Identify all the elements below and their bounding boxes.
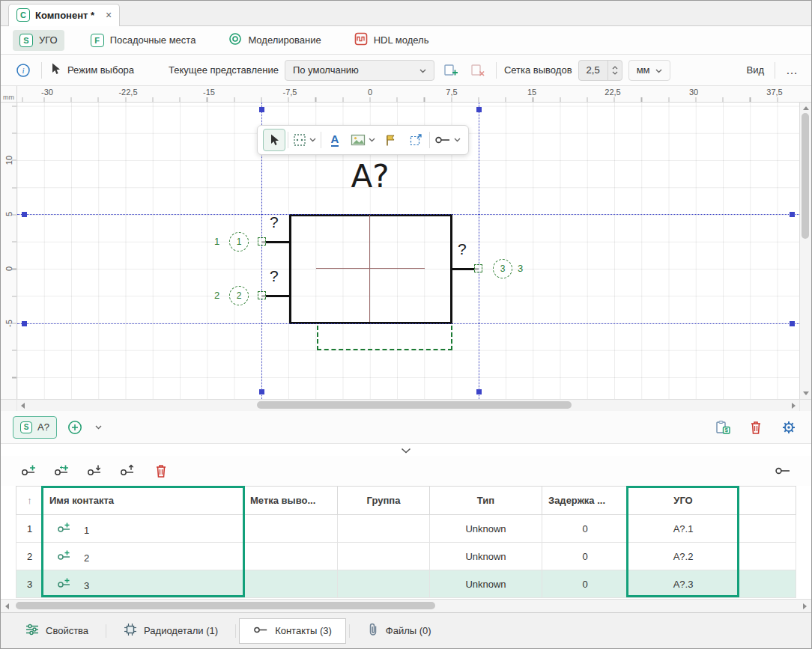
pin-3-hotspot[interactable] (474, 264, 482, 272)
tab-contacts[interactable]: Контакты (3) (239, 618, 346, 644)
transform-tool-button[interactable] (405, 129, 427, 151)
table-row[interactable]: 1 1 Unknown 0 A?.1 (16, 515, 796, 543)
scroll-right-arrow[interactable] (792, 403, 796, 409)
tab-files[interactable]: Файлы (0) (353, 618, 446, 644)
scroll-down-arrow[interactable] (803, 391, 809, 395)
guide-handle[interactable] (259, 389, 264, 394)
add-symbol-button[interactable] (64, 417, 85, 438)
units-dropdown[interactable]: мм (628, 60, 670, 81)
pin-1-name[interactable]: 1 (214, 236, 219, 247)
gear-icon[interactable] (778, 417, 799, 438)
info-icon[interactable]: i (13, 60, 34, 81)
column-header-type[interactable]: Тип (430, 487, 542, 515)
horizontal-scroll-thumb[interactable] (257, 401, 572, 409)
guide-handle[interactable] (476, 389, 482, 394)
column-header-delay[interactable]: Задержка ... (542, 487, 628, 515)
symbol-selector[interactable]: S A? (13, 416, 57, 439)
delete-pin-trash-icon[interactable] (151, 460, 172, 481)
pin-ugo-cell[interactable]: A?.3 (628, 570, 739, 598)
tab-ugo[interactable]: S УГО (13, 30, 64, 51)
spinner-arrows[interactable] (608, 61, 622, 80)
pin-name-cell[interactable]: 1 (43, 515, 244, 543)
text-tool-button[interactable]: A (324, 129, 346, 151)
column-header-sort[interactable]: ↑ (16, 487, 43, 515)
scroll-left-arrow[interactable] (5, 603, 9, 609)
row-number-cell[interactable]: 1 (16, 515, 43, 543)
more-options-button[interactable]: … (786, 64, 799, 77)
table-horizontal-scrollbar[interactable] (1, 599, 811, 612)
guide-horizontal-bottom[interactable] (17, 323, 799, 324)
row-number-cell[interactable]: 3 (16, 570, 43, 598)
pin-3-name[interactable]: 3 (518, 263, 523, 274)
add-view-button[interactable] (440, 60, 461, 81)
row-number-cell[interactable]: 2 (16, 543, 43, 570)
pin-group-cell[interactable] (338, 570, 430, 598)
column-header-label[interactable]: Метка выво... (244, 487, 338, 515)
pin-label-cell[interactable] (244, 570, 338, 598)
add-pin-icon[interactable] (19, 460, 40, 481)
select-tool-button[interactable] (263, 129, 285, 151)
tab-parts[interactable]: Радиодетали (1) (109, 618, 232, 644)
pin-group-cell[interactable] (338, 543, 430, 570)
pin-3-number-bubble[interactable]: 3 (493, 259, 512, 278)
guide-horizontal-top[interactable] (17, 214, 799, 215)
tab-modeling[interactable]: Моделирование (222, 28, 327, 52)
tab-footprints[interactable]: F Посадочные места (84, 30, 203, 51)
guide-vertical-right[interactable] (479, 103, 479, 399)
pin-type-cell[interactable]: Unknown (430, 543, 542, 570)
vertical-scroll-thumb[interactable] (802, 113, 809, 239)
pin-ugo-cell[interactable]: A?.2 (628, 543, 739, 570)
horizontal-scrollbar[interactable] (17, 400, 799, 411)
column-header-ugo[interactable]: УГО (628, 487, 739, 515)
table-row-selected[interactable]: 3 3 Unknown 0 A?.3 (16, 570, 796, 598)
trash-icon[interactable] (745, 417, 766, 438)
column-header-name[interactable]: Имя контакта (43, 487, 244, 515)
pin-label-cell[interactable] (244, 515, 338, 543)
pin-down-icon[interactable] (85, 460, 106, 481)
table-row[interactable]: 2 2 Unknown 0 A?.2 (16, 543, 796, 570)
pin-flag-tool-button[interactable] (380, 129, 402, 151)
document-tab[interactable]: C Компонент * × (8, 4, 120, 26)
guide-handle[interactable] (22, 321, 27, 326)
pin-icon[interactable] (772, 460, 793, 481)
pin-name-cell[interactable]: 2 (43, 543, 244, 570)
pin-1-hotspot[interactable] (258, 237, 266, 246)
column-header-group[interactable]: Группа (338, 487, 430, 515)
pin-group-cell[interactable] (338, 515, 430, 543)
add-symbol-menu-chevron[interactable] (93, 417, 105, 438)
symbol-body[interactable] (289, 214, 452, 324)
guide-handle[interactable] (259, 107, 264, 112)
tab-hdl[interactable]: HDL модель (348, 28, 436, 52)
paste-special-icon[interactable]: $ (712, 417, 733, 438)
column-header-extra[interactable] (739, 487, 796, 515)
pin-name-cell[interactable]: 3 (43, 570, 244, 598)
collapse-panel-chevron[interactable] (401, 445, 411, 456)
guide-handle[interactable] (22, 212, 27, 217)
pin-type-cell[interactable]: Unknown (430, 515, 542, 543)
pin-tool-button[interactable] (432, 129, 463, 151)
symbol-designator[interactable]: A? (318, 158, 422, 195)
guide-handle[interactable] (476, 107, 482, 112)
pin-2-name[interactable]: 2 (214, 290, 219, 301)
tab-properties[interactable]: Свойства (11, 618, 103, 644)
view-dropdown[interactable]: По умолчанию (285, 60, 434, 81)
guide-handle[interactable] (790, 321, 795, 326)
close-tab-icon[interactable]: × (106, 10, 112, 20)
pin-delay-cell[interactable]: 0 (542, 543, 628, 570)
pin-type-cell[interactable]: Unknown (430, 570, 542, 598)
pin-2-hotspot[interactable] (258, 291, 266, 299)
pin-up-icon[interactable] (118, 460, 139, 481)
pin-grid-tool-button[interactable] (291, 129, 318, 151)
horizontal-ruler[interactable]: -30 -22,5 -15 -7,5 0 7,5 15 22,5 30 37,5 (17, 86, 799, 103)
schematic-canvas[interactable]: A? 1 1 ? 2 2 ? 3 3 ? (17, 103, 799, 399)
pin-1-number-bubble[interactable]: 1 (229, 232, 249, 252)
table-scroll-thumb[interactable] (16, 602, 435, 609)
vertical-ruler[interactable]: 10 5 0 -5 (1, 103, 17, 399)
view-menu-button[interactable]: Вид (746, 64, 764, 76)
pin-ugo-cell[interactable]: A?.1 (628, 515, 739, 543)
guide-handle[interactable] (790, 212, 795, 217)
add-pins-group-icon[interactable] (52, 460, 73, 481)
remove-view-button[interactable] (467, 60, 488, 81)
pin-delay-cell[interactable]: 0 (542, 515, 628, 543)
pin-delay-cell[interactable]: 0 (542, 570, 628, 598)
